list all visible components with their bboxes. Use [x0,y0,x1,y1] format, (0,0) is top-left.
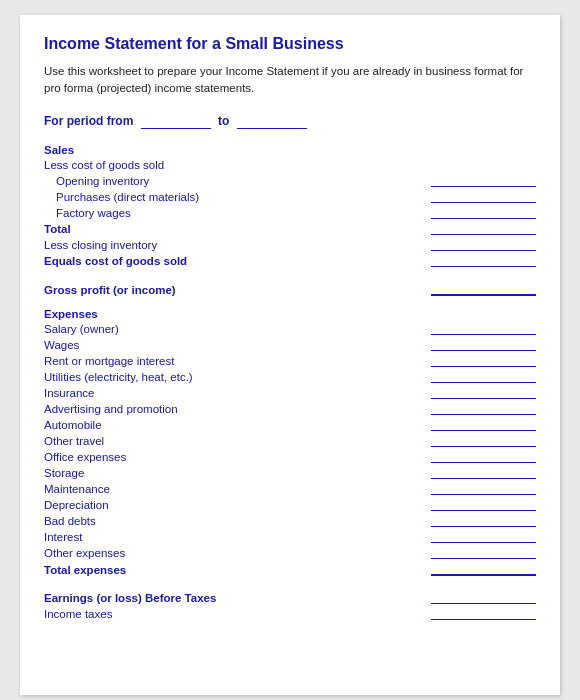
office-expenses-row: Office expenses [44,449,536,465]
advertising-row: Advertising and promotion [44,401,536,417]
gross-profit-row: Gross profit (or income) [44,281,536,298]
office-expenses-label: Office expenses [44,451,426,463]
factory-wages-field[interactable] [431,206,536,219]
opening-inventory-field[interactable] [431,174,536,187]
utilities-label: Utilities (electricity, heat, etc.) [44,371,426,383]
wages-field[interactable] [431,338,536,351]
rent-field[interactable] [431,354,536,367]
salary-label: Salary (owner) [44,323,426,335]
page-title: Income Statement for a Small Business [44,35,536,53]
expenses-section: Salary (owner) Wages Rent or mortgage in… [44,321,536,578]
automobile-field[interactable] [431,418,536,431]
utilities-field[interactable] [431,370,536,383]
period-from-label: For period from [44,114,133,128]
opening-inventory-label: Opening inventory [44,175,426,187]
purchases-label: Purchases (direct materials) [44,191,426,203]
bad-debts-row: Bad debts [44,513,536,529]
advertising-label: Advertising and promotion [44,403,426,415]
rent-label: Rent or mortgage interest [44,355,426,367]
depreciation-row: Depreciation [44,497,536,513]
sales-label: Sales [44,144,426,156]
total-row: Total [44,221,536,237]
period-row: For period from to [44,114,536,129]
description: Use this worksheet to prepare your Incom… [44,63,536,98]
gross-profit-label: Gross profit (or income) [44,284,426,296]
salary-row: Salary (owner) [44,321,536,337]
advertising-field[interactable] [431,402,536,415]
storage-label: Storage [44,467,426,479]
insurance-field[interactable] [431,386,536,399]
insurance-label: Insurance [44,387,426,399]
other-travel-field[interactable] [431,434,536,447]
equals-cost-label: Equals cost of goods sold [44,255,426,267]
purchases-row: Purchases (direct materials) [44,189,536,205]
factory-wages-label: Factory wages [44,207,426,219]
equals-cost-row: Equals cost of goods sold [44,253,536,269]
total-label: Total [44,223,426,235]
insurance-row: Insurance [44,385,536,401]
earnings-row: Earnings (or loss) Before Taxes [44,590,536,606]
total-expenses-field[interactable] [431,562,536,576]
utilities-row: Utilities (electricity, heat, etc.) [44,369,536,385]
total-expenses-label: Total expenses [44,564,426,576]
gross-profit-field[interactable] [431,282,536,296]
expenses-header: Expenses [44,306,536,321]
purchases-field[interactable] [431,190,536,203]
maintenance-label: Maintenance [44,483,426,495]
income-taxes-row: Income taxes [44,606,536,622]
bad-debts-label: Bad debts [44,515,426,527]
less-closing-label: Less closing inventory [44,239,426,251]
page: Income Statement for a Small Business Us… [20,15,560,695]
maintenance-row: Maintenance [44,481,536,497]
bad-debts-field[interactable] [431,514,536,527]
period-to-label: to [218,114,229,128]
less-cost-label: Less cost of goods sold [44,159,426,171]
total-field[interactable] [431,222,536,235]
wages-label: Wages [44,339,426,351]
office-expenses-field[interactable] [431,450,536,463]
equals-cost-field[interactable] [431,254,536,267]
other-travel-row: Other travel [44,433,536,449]
wages-row: Wages [44,337,536,353]
depreciation-label: Depreciation [44,499,426,511]
less-closing-field[interactable] [431,238,536,251]
less-closing-row: Less closing inventory [44,237,536,253]
earnings-label: Earnings (or loss) Before Taxes [44,592,426,604]
automobile-label: Automobile [44,419,426,431]
income-taxes-label: Income taxes [44,608,426,620]
other-travel-label: Other travel [44,435,426,447]
maintenance-field[interactable] [431,482,536,495]
total-expenses-row: Total expenses [44,561,536,578]
sales-section: Sales Less cost of goods sold Opening in… [44,143,536,269]
factory-wages-row: Factory wages [44,205,536,221]
automobile-row: Automobile [44,417,536,433]
storage-field[interactable] [431,466,536,479]
less-cost-row: Less cost of goods sold [44,158,536,173]
sales-row: Sales [44,143,536,158]
interest-field[interactable] [431,530,536,543]
income-taxes-field[interactable] [431,607,536,620]
other-expenses-row: Other expenses [44,545,536,561]
other-expenses-field[interactable] [431,546,536,559]
salary-field[interactable] [431,322,536,335]
storage-row: Storage [44,465,536,481]
opening-inventory-row: Opening inventory [44,173,536,189]
interest-label: Interest [44,531,426,543]
other-expenses-label: Other expenses [44,547,426,559]
rent-row: Rent or mortgage interest [44,353,536,369]
depreciation-field[interactable] [431,498,536,511]
period-to-field[interactable] [237,114,307,129]
interest-row: Interest [44,529,536,545]
period-from-field[interactable] [141,114,211,129]
earnings-field[interactable] [431,591,536,604]
